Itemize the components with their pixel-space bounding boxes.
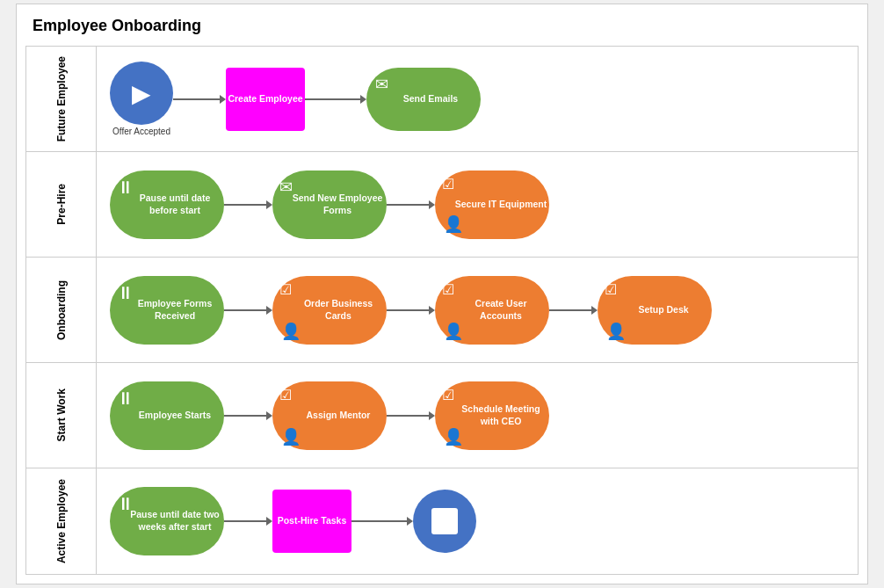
lane-label-prehire: Pre-Hire bbox=[26, 152, 97, 257]
node-create-user-accounts: ☑ 👤 Create User Accounts bbox=[435, 276, 549, 345]
node-order-business-cards: ☑ 👤 Order Business Cards bbox=[272, 276, 387, 345]
lane-pre-hire: Pre-Hire ⏸ Pause until date before start bbox=[26, 152, 858, 258]
node-assign-mentor: ☑ 👤 Assign Mentor bbox=[272, 381, 387, 450]
lane-content-onboarding: ⏸ Employee Forms Received ☑ 👤 Order Busi… bbox=[97, 258, 858, 362]
lane-content-prehire: ⏸ Pause until date before start ✉ Send N… bbox=[97, 152, 858, 257]
node-create-employee: Create Employee bbox=[226, 68, 305, 131]
diagram-title: Employee Onboarding bbox=[25, 13, 859, 39]
lane-content-startwork: ⏸ Employee Starts ☑ 👤 Assign Mentor bbox=[97, 363, 858, 468]
node-send-emails: ✉ Send Emails bbox=[366, 68, 481, 131]
node-send-new-employee-forms: ✉ Send New Employee Forms bbox=[272, 171, 387, 239]
lane-label-active: Active Employee bbox=[26, 468, 97, 574]
node-schedule-meeting: ☑ 👤 Schedule Meeting with CEO bbox=[435, 381, 549, 450]
lane-label-startwork: Start Work bbox=[26, 363, 97, 468]
lane-onboarding: Onboarding ⏸ Employee Forms Received bbox=[26, 258, 858, 363]
diagram-wrapper: Employee Onboarding Future Employee ▶ Of… bbox=[16, 4, 868, 584]
lane-start-work: Start Work ⏸ Employee Starts bbox=[26, 363, 858, 468]
node-pause-two-weeks: ⏸ Pause until date two weeks after start bbox=[110, 487, 224, 555]
node-end bbox=[413, 490, 476, 553]
node-pause-before-start: ⏸ Pause until date before start bbox=[110, 171, 224, 239]
diagram-container: Future Employee ▶ Offer Accepted bbox=[25, 46, 859, 575]
node-offer-accepted: ▶ Offer Accepted bbox=[110, 62, 173, 136]
lane-content-active: ⏸ Pause until date two weeks after start… bbox=[97, 468, 858, 574]
node-setup-desk: ☑ 👤 Setup Desk bbox=[598, 276, 712, 345]
lane-label-future: Future Employee bbox=[26, 47, 97, 151]
node-post-hire-tasks: Post-Hire Tasks bbox=[272, 490, 351, 553]
node-employee-forms-received: ⏸ Employee Forms Received bbox=[110, 276, 224, 345]
lane-content-future: ▶ Offer Accepted Create Employee bbox=[97, 47, 858, 151]
node-employee-starts: ⏸ Employee Starts bbox=[110, 381, 224, 450]
lane-active-employee: Active Employee ⏸ Pause until date two w… bbox=[26, 468, 858, 574]
lane-label-onboarding: Onboarding bbox=[26, 258, 97, 362]
node-secure-it: ☑ 👤 Secure IT Equipment bbox=[435, 171, 549, 239]
lane-future-employee: Future Employee ▶ Offer Accepted bbox=[26, 47, 858, 152]
